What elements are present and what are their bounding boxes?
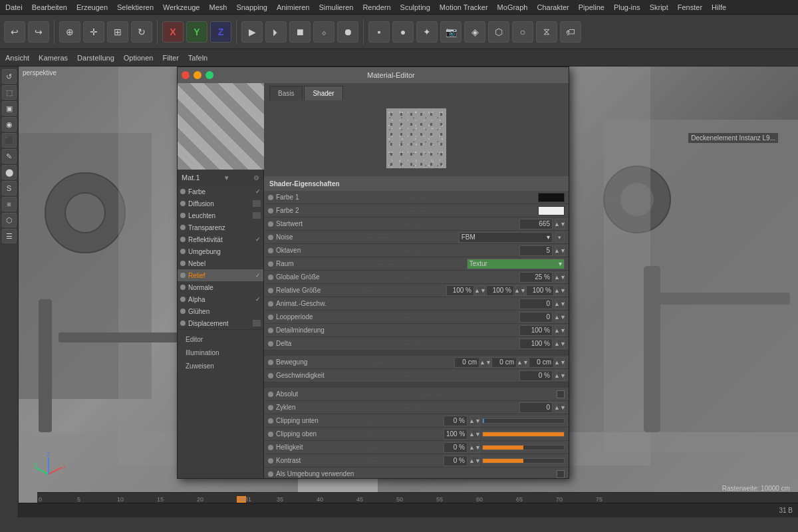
me-channel-relief[interactable]: Relief ✓ — [178, 269, 263, 281]
me-color-swatch-farbe2[interactable] — [538, 206, 565, 215]
me-absolut-checkbox[interactable] — [557, 390, 565, 398]
me-delta-input[interactable] — [519, 338, 553, 349]
me-startwert-input[interactable] — [519, 219, 553, 229]
menu-motion-tracker[interactable]: Motion Tracker — [440, 3, 488, 11]
me-channel-transparenz[interactable]: Transparenz — [178, 221, 263, 233]
me-stepper[interactable]: ▲▼ — [555, 299, 565, 309]
keyframe-btn[interactable]: ⬦ — [313, 21, 334, 43]
left-tool-3[interactable]: ▣ — [2, 101, 17, 116]
me-rel-x-input[interactable] — [446, 285, 474, 296]
select-tool[interactable]: ⊕ — [59, 21, 80, 43]
me-animat-input[interactable] — [519, 299, 553, 309]
me-rel-z-input[interactable] — [526, 285, 554, 296]
me-clip-unten-input[interactable] — [444, 416, 467, 426]
me-channel-diffusion[interactable]: Diffusion — [178, 198, 263, 209]
me-maximize-button[interactable] — [205, 71, 213, 79]
tafeln-menu[interactable]: Tafeln — [188, 54, 207, 62]
me-stepper[interactable]: ▲▼ — [555, 325, 565, 336]
axis-x-btn[interactable]: X — [162, 21, 184, 43]
cameras-menu[interactable]: Kameras — [39, 54, 68, 62]
me-globale-grosse-input[interactable] — [519, 272, 553, 283]
me-oktaven-input[interactable] — [519, 245, 553, 256]
null-btn[interactable]: ○ — [512, 21, 533, 43]
undo-button[interactable]: ↩ — [4, 21, 25, 43]
move-tool[interactable]: ✛ — [83, 21, 104, 43]
me-helligkeit-input[interactable] — [444, 442, 467, 453]
me-tab-shader[interactable]: Shader — [304, 86, 342, 100]
me-channel-alpha[interactable]: Alpha ✓ — [178, 293, 263, 305]
me-stepper[interactable]: ▲▼ — [555, 245, 565, 256]
left-tool-5[interactable]: ⬛ — [2, 133, 17, 148]
play-btn[interactable]: ⏵ — [265, 21, 287, 43]
menu-sculpting[interactable]: Sculpting — [400, 3, 430, 11]
me-bew-z-input[interactable] — [529, 357, 554, 368]
me-stepper[interactable]: ▲▼ — [555, 272, 565, 283]
left-tool-11[interactable]: ☰ — [2, 229, 17, 243]
me-channel-displacement[interactable]: Displacement — [178, 317, 263, 329]
menu-skript[interactable]: Skript — [650, 3, 668, 11]
me-noise-dropdown[interactable]: FBM ▾ — [459, 232, 553, 243]
scale-tool[interactable]: ⊞ — [107, 21, 128, 43]
me-raum-dropdown[interactable]: Textur ▾ — [467, 259, 565, 269]
me-stepper[interactable]: ▲▼ — [555, 370, 565, 381]
menu-animieren[interactable]: Animieren — [277, 3, 310, 11]
viewport[interactable]: perspektive Deckenelement Instanz L9... … — [19, 66, 798, 517]
me-stepper[interactable]: ▲▼ — [470, 429, 479, 440]
left-tool-6[interactable]: ✎ — [2, 149, 17, 164]
me-stepper-y[interactable]: ▲▼ — [515, 285, 525, 296]
darstellung-menu[interactable]: Darstellung — [77, 54, 114, 62]
me-minimize-button[interactable] — [194, 71, 201, 79]
record-btn[interactable]: ⏺ — [337, 21, 358, 43]
optionen-menu[interactable]: Optionen — [124, 54, 154, 62]
menu-bearbeiten[interactable]: Bearbeiten — [32, 3, 67, 11]
stop-btn[interactable]: ⏹ — [289, 21, 311, 43]
me-kontrast-bar[interactable] — [482, 458, 565, 464]
me-channel-farbe[interactable]: Farbe ✓ — [178, 186, 263, 198]
me-detailminderung-input[interactable] — [519, 325, 553, 336]
me-channel-leuchten[interactable]: Leuchten — [178, 209, 263, 221]
me-geschwindigkeit-input[interactable] — [519, 370, 553, 381]
me-clip-oben-bar[interactable] — [482, 432, 565, 437]
deformer-btn[interactable]: ⧖ — [536, 21, 557, 43]
left-tool-8[interactable]: S — [2, 181, 17, 196]
me-channel-nebel[interactable]: Nebel — [178, 257, 263, 269]
menu-mesh[interactable]: Mesh — [209, 3, 227, 11]
me-color-swatch-farbe1[interactable] — [538, 193, 565, 202]
left-tool-4[interactable]: ◉ — [2, 117, 17, 132]
menu-hilfe[interactable]: Hilfe — [712, 3, 726, 11]
menu-plugins[interactable]: Plug-ins — [614, 3, 640, 11]
me-channel-reflektivitat[interactable]: Reflektivität ✓ — [178, 233, 263, 245]
me-kontrast-input[interactable] — [444, 456, 467, 466]
me-header-btn1[interactable]: ▼ — [223, 174, 230, 182]
left-tool-9[interactable]: ≡ — [2, 197, 17, 211]
menu-mograph[interactable]: MoGraph — [497, 3, 528, 11]
me-als-umgebung-checkbox[interactable] — [557, 470, 565, 478]
cube-btn[interactable]: ▪ — [368, 21, 390, 43]
view-menu[interactable]: Ansicht — [5, 54, 29, 62]
me-channel-normale[interactable]: Normale — [178, 281, 263, 293]
menu-datei[interactable]: Datei — [5, 3, 23, 11]
sphere-btn[interactable]: ● — [392, 21, 414, 43]
me-nav-editor[interactable]: Editor — [178, 332, 263, 346]
me-stepper-z[interactable]: ▲▼ — [555, 357, 565, 368]
me-nav-illumination[interactable]: Illumination — [178, 346, 263, 359]
me-noise-extra-btn[interactable]: ▾ — [555, 232, 565, 243]
me-channel-gluhen[interactable]: Glühen — [178, 305, 263, 317]
me-clip-oben-input[interactable] — [444, 429, 467, 440]
me-helligkeit-bar[interactable] — [482, 445, 565, 450]
menu-rendern[interactable]: Rendern — [362, 3, 390, 11]
me-stepper-x[interactable]: ▲▼ — [481, 357, 490, 368]
menu-pipeline[interactable]: Pipeline — [579, 3, 604, 11]
menu-fenster[interactable]: Fenster — [678, 3, 702, 11]
me-nav-zuweisen[interactable]: Zuweisen — [178, 359, 263, 372]
filter-menu[interactable]: Filter — [162, 54, 178, 62]
me-stepper[interactable]: ▲▼ — [470, 442, 479, 453]
material-btn[interactable]: ◈ — [464, 21, 485, 43]
menu-werkzeuge[interactable]: Werkzeuge — [163, 3, 200, 11]
me-stepper[interactable]: ▲▼ — [555, 219, 565, 229]
me-rel-y-input[interactable] — [486, 285, 514, 296]
render-btn[interactable]: ▶ — [241, 21, 263, 43]
me-bew-x-input[interactable] — [454, 357, 479, 368]
left-tool-10[interactable]: ⬡ — [2, 213, 17, 227]
menu-snapping[interactable]: Snapping — [236, 3, 267, 11]
